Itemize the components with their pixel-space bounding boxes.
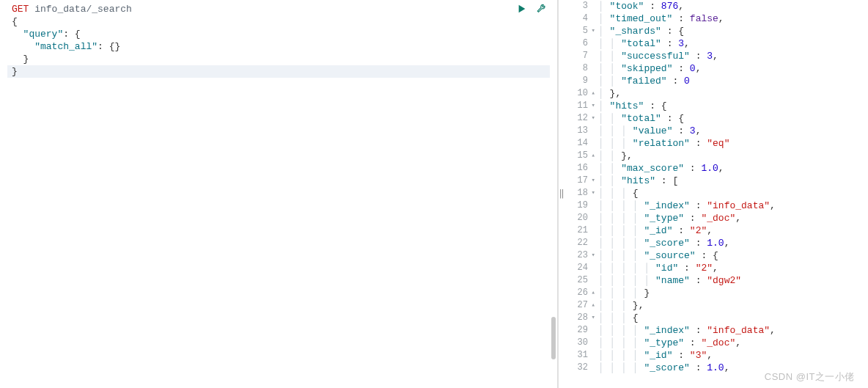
response-code-line[interactable]: │ │ "successful" : 3,: [598, 50, 868, 62]
response-line-number: 15▴: [559, 150, 594, 162]
response-code-area[interactable]: │ "took" : 876,│ "timed_out" : false,│ "…: [594, 0, 868, 388]
response-code-line[interactable]: │ │ │ │ "_score" : 1.0,: [598, 362, 868, 374]
fold-toggle-icon[interactable]: ▾: [592, 112, 595, 125]
response-code-line[interactable]: │ │ │ │ "_id" : "3",: [598, 349, 868, 362]
response-code-line[interactable]: │ │ │ │ "_index" : "info_data",: [598, 200, 868, 212]
response-line-number: 28▾: [559, 312, 594, 324]
response-line-number: 16: [559, 162, 594, 175]
request-gutter: [0, 0, 7, 388]
fold-toggle-icon[interactable]: ▴: [592, 287, 595, 299]
response-code-line[interactable]: │ │ │ │ "_index" : "info_data",: [598, 324, 868, 337]
response-line-number: 9: [559, 75, 594, 87]
fold-toggle-icon[interactable]: ▾: [592, 249, 595, 262]
response-code-line[interactable]: │ │ │ │ │ "id" : "2",: [598, 262, 868, 274]
editor-split-view: GET info_data/_search{ "query": { "match…: [0, 0, 868, 388]
request-scrollbar-thumb[interactable]: [551, 317, 556, 359]
response-code-line[interactable]: │ "_shards" : {: [598, 25, 868, 37]
response-code-line[interactable]: │ "took" : 876,: [598, 0, 868, 12]
response-gutter: 345▾678910▴11▾12▾131415▴1617▾18▾19202122…: [559, 0, 594, 388]
response-code-line[interactable]: │ │ │ │ "_type" : "_doc",: [598, 337, 868, 349]
response-code-line[interactable]: │ │ │ │ "_type" : "_doc",: [598, 212, 868, 224]
response-code-line[interactable]: │ │ │ │ "_score" : 1.0,: [598, 237, 868, 249]
response-code-line[interactable]: │ │ │ "relation" : "eq": [598, 137, 868, 150]
response-line-number: 29: [559, 324, 594, 337]
response-code-line[interactable]: │ "hits" : {: [598, 100, 868, 112]
fold-toggle-icon[interactable]: ▴: [592, 299, 595, 312]
request-code-line[interactable]: "match_all": {}: [7, 40, 557, 53]
play-icon: [517, 4, 527, 14]
response-code-line[interactable]: │ │ │ │ "_id" : "2",: [598, 224, 868, 237]
response-line-number: 4: [559, 12, 594, 25]
request-code-line[interactable]: {: [7, 15, 557, 28]
response-code-line[interactable]: │ │ │ "value" : 3,: [598, 125, 868, 137]
response-code-line[interactable]: │ │ },: [598, 150, 868, 162]
fold-toggle-icon[interactable]: ▾: [592, 25, 595, 37]
response-code-line[interactable]: │ │ "skipped" : 0,: [598, 62, 868, 75]
response-code-line[interactable]: │ │ "total" : 3,: [598, 37, 868, 50]
response-line-number: 19: [559, 200, 594, 212]
run-request-button[interactable]: [516, 3, 528, 15]
fold-toggle-icon[interactable]: ▾: [592, 312, 595, 324]
request-editor-pane: GET info_data/_search{ "query": { "match…: [0, 0, 558, 388]
response-line-number: 5▾: [559, 25, 594, 37]
request-code-line[interactable]: "query": {: [7, 28, 557, 40]
response-code-line[interactable]: │ │ │ │ │ "name" : "dgw2": [598, 274, 868, 287]
request-code-line[interactable]: GET info_data/_search: [7, 3, 557, 15]
response-line-number: 27▴: [559, 299, 594, 312]
response-line-number: 12▾: [559, 112, 594, 125]
response-line-number: 10▴: [559, 87, 594, 100]
response-line-number: 23▾: [559, 249, 594, 262]
request-code-line[interactable]: }: [7, 65, 550, 78]
response-code-line[interactable]: │ │ │ },: [598, 299, 868, 312]
response-code-line[interactable]: │ │ "hits" : [: [598, 175, 868, 187]
wrench-icon: [536, 4, 546, 14]
fold-toggle-icon[interactable]: ▾: [592, 100, 595, 112]
response-code-line[interactable]: │ },: [598, 87, 868, 100]
response-line-number: 14: [559, 137, 594, 150]
response-line-number: 7: [559, 50, 594, 62]
response-code-line[interactable]: │ │ "max_score" : 1.0,: [598, 162, 868, 175]
response-line-number: 25: [559, 274, 594, 287]
request-options-button[interactable]: [535, 3, 547, 15]
response-code-line[interactable]: │ "timed_out" : false,: [598, 12, 868, 25]
response-line-number: 11▾: [559, 100, 594, 112]
request-toolbar: [516, 3, 547, 15]
response-line-number: 20: [559, 212, 594, 224]
fold-toggle-icon[interactable]: ▾: [592, 187, 595, 200]
fold-toggle-icon[interactable]: ▾: [592, 175, 595, 187]
fold-toggle-icon[interactable]: ▴: [592, 87, 595, 100]
response-line-number: 3: [559, 0, 594, 12]
response-line-number: 30: [559, 337, 594, 349]
response-code-line[interactable]: │ │ "total" : {: [598, 112, 868, 125]
response-code-line[interactable]: │ │ │ {: [598, 312, 868, 324]
response-line-number: 21: [559, 224, 594, 237]
response-line-number: 31: [559, 349, 594, 362]
response-code-line[interactable]: │ │ │ │ "_source" : {: [598, 249, 868, 262]
response-line-number: 13: [559, 125, 594, 137]
response-line-number: 24: [559, 262, 594, 274]
request-code-area[interactable]: GET info_data/_search{ "query": { "match…: [7, 0, 557, 388]
response-viewer-pane: 345▾678910▴11▾12▾131415▴1617▾18▾19202122…: [558, 0, 868, 388]
response-line-number: 8: [559, 62, 594, 75]
response-line-number: 17▾: [559, 175, 594, 187]
response-line-number: 18▾: [559, 187, 594, 200]
response-line-number: 32: [559, 362, 594, 374]
fold-toggle-icon[interactable]: ▴: [592, 150, 595, 162]
request-code-line[interactable]: }: [7, 53, 557, 65]
response-line-number: 22: [559, 237, 594, 249]
response-code-line[interactable]: │ │ │ {: [598, 187, 868, 200]
response-code-line[interactable]: │ │ │ │ }: [598, 287, 868, 299]
response-line-number: 6: [559, 37, 594, 50]
response-line-number: 26▴: [559, 287, 594, 299]
response-code-line[interactable]: │ │ "failed" : 0: [598, 75, 868, 87]
